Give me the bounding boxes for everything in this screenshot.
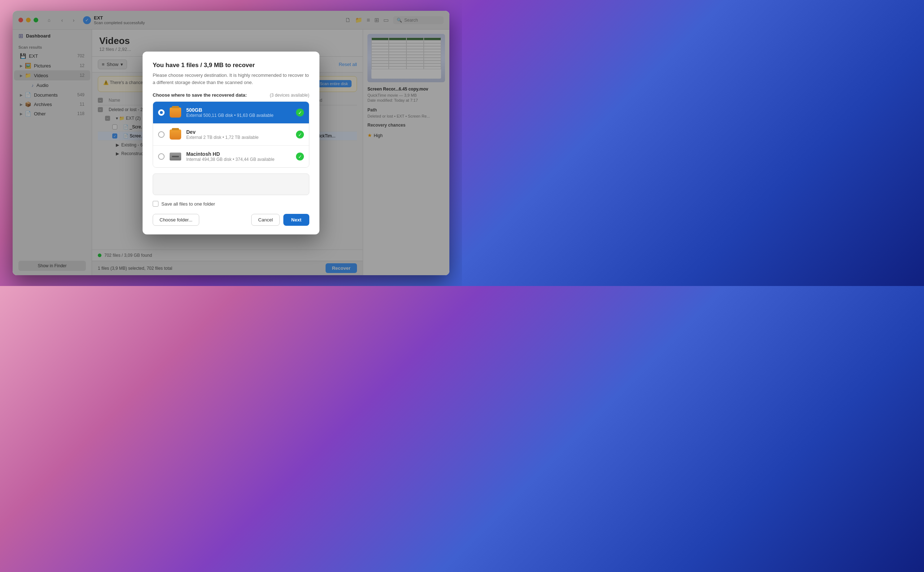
device-name-500gb: 500GB — [186, 107, 291, 113]
device-radio-500gb — [158, 109, 165, 116]
device-check-macintosh-hd: ✓ — [296, 152, 304, 160]
save-to-folder-label: Save all files to one folder — [161, 201, 215, 207]
int-drive-icon — [170, 152, 181, 160]
device-check-500gb: ✓ — [296, 109, 304, 117]
device-check-dev: ✓ — [296, 131, 304, 138]
check-icon-500gb: ✓ — [298, 110, 302, 115]
device-icon-dev — [169, 128, 182, 141]
device-icon-500gb — [169, 106, 182, 119]
device-radio-macintosh-hd — [158, 153, 165, 160]
ext-drive-icon-2 — [170, 129, 181, 140]
modal-section-label: Choose where to save the recovered data:… — [153, 92, 309, 98]
cancel-button[interactable]: Cancel — [251, 214, 279, 226]
modal-overlay: You have 1 files / 3,9 MB to recover Ple… — [12, 11, 449, 275]
modal-title: You have 1 files / 3,9 MB to recover — [153, 62, 309, 69]
device-name-dev: Dev — [186, 129, 291, 135]
modal-right-buttons: Cancel Next — [251, 214, 309, 226]
next-button[interactable]: Next — [284, 214, 309, 226]
modal-subtitle: Please choose recovery destination. It i… — [153, 72, 309, 86]
device-list: 500GB External 500,11 GB disk • 91,63 GB… — [153, 101, 309, 168]
choose-label: Choose where to save the recovered data: — [153, 92, 247, 98]
devices-available: (3 devices available) — [270, 93, 309, 98]
device-icon-macintosh-hd — [169, 150, 182, 163]
ext-drive-icon-1 — [170, 107, 181, 118]
save-to-folder-checkbox[interactable] — [153, 201, 159, 207]
device-radio-inner — [160, 111, 163, 114]
modal-buttons: Choose folder... Cancel Next — [153, 214, 309, 226]
recovery-modal: You have 1 files / 3,9 MB to recover Ple… — [143, 51, 319, 235]
device-info-macintosh-hd: Macintosh HD Internal 494,38 GB disk • 3… — [186, 151, 291, 162]
device-radio-dev — [158, 131, 165, 138]
device-info-500gb: 500GB External 500,11 GB disk • 91,63 GB… — [186, 107, 291, 118]
save-to-folder-row: Save all files to one folder — [153, 201, 309, 207]
device-desc-dev: External 2 TB disk • 1,72 TB available — [186, 135, 291, 140]
device-item-macintosh-hd[interactable]: Macintosh HD Internal 494,38 GB disk • 3… — [153, 146, 309, 167]
device-item-500gb[interactable]: 500GB External 500,11 GB disk • 91,63 GB… — [153, 102, 309, 124]
ext-drive-connector-1 — [172, 106, 179, 108]
choose-folder-button[interactable]: Choose folder... — [153, 214, 199, 226]
ext-drive-connector-2 — [172, 128, 179, 130]
device-desc-500gb: External 500,11 GB disk • 91,63 GB avail… — [186, 113, 291, 118]
device-desc-macintosh-hd: Internal 494,38 GB disk • 374,44 GB avai… — [186, 157, 291, 162]
folder-path-area[interactable] — [153, 174, 309, 195]
check-icon-macintosh-hd: ✓ — [298, 154, 302, 159]
device-name-macintosh-hd: Macintosh HD — [186, 151, 291, 157]
check-icon-dev: ✓ — [298, 132, 302, 137]
device-item-dev[interactable]: Dev External 2 TB disk • 1,72 TB availab… — [153, 124, 309, 146]
int-drive-detail — [172, 156, 179, 157]
mac-window: ⌂ ‹ › ✓ EXT Scan completed successfully … — [12, 11, 449, 275]
device-info-dev: Dev External 2 TB disk • 1,72 TB availab… — [186, 129, 291, 140]
